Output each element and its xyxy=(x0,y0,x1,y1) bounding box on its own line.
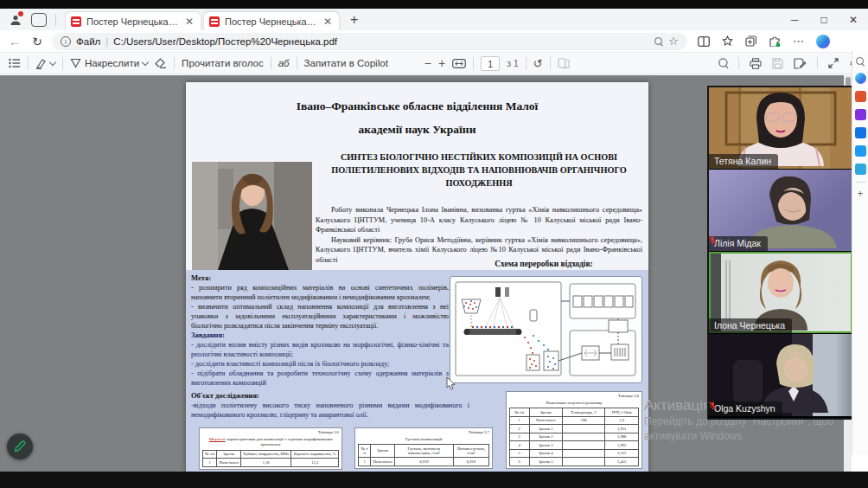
density-table: Таблиця 3.7Густина композицій№ з/пЗразок… xyxy=(354,427,493,469)
table-cell: Поліетилен xyxy=(529,416,562,425)
table-row: 1Поліетилен0,9190,919 xyxy=(359,458,489,466)
favorite-star-icon[interactable]: ☆ xyxy=(668,35,679,48)
table-row: 3Зразок 21,988 xyxy=(510,433,639,441)
fullscreen-icon[interactable] xyxy=(828,58,839,68)
maximize-button[interactable]: □ xyxy=(809,14,839,26)
table-cell: 1,951 xyxy=(605,425,639,433)
browser-window: Постер Чернецька.pdf✕Постер Чернецька.pd… xyxy=(0,9,868,472)
page-info-icon[interactable]: i xyxy=(61,36,71,47)
profile-avatar-icon[interactable] xyxy=(7,12,24,28)
copilot-icon[interactable] xyxy=(816,35,830,48)
table-row: 2Зразок 11,951 xyxy=(510,425,639,433)
save-icon[interactable] xyxy=(772,58,783,69)
pdf-toolbar: Накреслити Прочитати вголос аб Запитати … xyxy=(0,53,868,74)
table-cell: Поліетилен xyxy=(371,458,394,466)
table-cell: Зразок 5 xyxy=(529,458,562,466)
participant-name: Тетяна Калин xyxy=(714,156,771,166)
draw-tool[interactable]: Накреслити xyxy=(70,58,148,68)
url-field[interactable]: i Файл | C:/Users/User/Desktop/Постер%20… xyxy=(52,33,687,50)
tab-close-icon[interactable]: ✕ xyxy=(322,16,334,27)
meta-heading: Мета: xyxy=(191,273,449,283)
table-of-contents-icon[interactable] xyxy=(9,58,21,68)
more-options-icon[interactable]: ⋯ xyxy=(793,35,804,48)
close-button[interactable]: ✕ xyxy=(839,14,868,26)
zoom-search-icon[interactable] xyxy=(654,37,663,46)
sidebar-app-blue-icon[interactable] xyxy=(855,127,866,138)
favorites-icon[interactable] xyxy=(722,35,733,47)
draw-pen-icon xyxy=(70,58,81,68)
save-as-icon[interactable] xyxy=(794,58,807,69)
divider xyxy=(550,57,551,69)
workspaces-icon[interactable] xyxy=(31,13,47,27)
annotate-pen-button[interactable] xyxy=(7,433,33,459)
video-call-panel[interactable]: Тетяна КалинЛілія МідакІлона ЧернецькаOl… xyxy=(707,86,852,420)
tab-close-icon[interactable]: ✕ xyxy=(183,16,195,27)
rotate-icon[interactable]: ↺ xyxy=(533,57,543,70)
waste-processing-diagram xyxy=(450,276,642,383)
table-caption: Таблиця 3.6 xyxy=(202,430,339,436)
page-view-icon[interactable] xyxy=(558,58,570,68)
table-header-cell: Відносне подовження, % xyxy=(291,450,339,459)
table-cell: 1 xyxy=(510,416,530,425)
muted-mic-icon xyxy=(709,401,717,410)
refresh-icon[interactable]: ↻ xyxy=(29,35,45,48)
participant-name: Лілія Мідак xyxy=(714,238,761,248)
sidebar-app-purple-icon[interactable] xyxy=(855,109,866,120)
print-icon[interactable] xyxy=(750,58,762,69)
list-item: - визначити оптимальний склад наповнення… xyxy=(191,302,449,331)
sidebar-add-icon[interactable]: + xyxy=(857,189,863,198)
address-bar: ← ↻ i Файл | C:/Users/User/Desktop/Посте… xyxy=(0,30,868,53)
participant-tile[interactable]: Лілія Мідак xyxy=(709,170,852,252)
page-number-input[interactable]: 1 xyxy=(481,56,500,71)
participant-tile[interactable]: Olga Kuzyshyn xyxy=(709,334,852,416)
table-cell: Зразок 1 xyxy=(529,425,562,433)
sidebar-search-icon[interactable] xyxy=(856,57,865,66)
table-row: 1Поліетилен1,3615,3 xyxy=(203,459,339,467)
table-header-cell: Густина, визначена пікнометром, г/см³ xyxy=(394,445,453,458)
pdf-page: Івано–Франківське обласне відділення Мал… xyxy=(186,82,648,472)
list-item: - розширити ряд композиційних матеріалів… xyxy=(191,283,449,302)
eraser-tool[interactable] xyxy=(155,58,167,68)
fit-to-width-icon[interactable] xyxy=(452,59,466,68)
extensions-icon[interactable] xyxy=(769,35,781,47)
table-row: 1Поліетилен1901,9 xyxy=(510,416,639,425)
read-aloud-button[interactable]: Прочитати вголос xyxy=(182,58,264,68)
divider xyxy=(526,57,527,69)
zoom-in-button[interactable]: + xyxy=(438,56,445,70)
minimize-button[interactable]: ─ xyxy=(780,14,809,26)
table-caption: Таблиця 3.7 xyxy=(358,430,489,436)
participant-tile[interactable]: Тетяна Калин xyxy=(709,87,852,170)
participant-name-label: Ілона Чернецька xyxy=(709,318,792,333)
browser-tab[interactable]: Постер Чернецька.pdf✕ xyxy=(203,11,340,30)
list-item: - дослідити властивості композицій після… xyxy=(191,359,449,369)
table-row: 4Зразок 31,995 xyxy=(510,441,639,450)
collections-icon[interactable] xyxy=(745,35,756,47)
split-screen-icon[interactable] xyxy=(698,36,710,47)
participant-name-label: Olga Kuzyshyn xyxy=(709,401,782,416)
table-cell xyxy=(562,441,604,450)
scheme-heading: Схема переробки відходів: xyxy=(445,260,642,268)
table-cell: 1,36 xyxy=(241,459,291,467)
table-cell xyxy=(562,449,604,458)
zoom-out-button[interactable]: − xyxy=(424,56,431,70)
divider xyxy=(55,14,56,26)
table-cell: 1,9 xyxy=(605,416,639,425)
search-document-icon[interactable] xyxy=(719,58,730,68)
new-tab-button[interactable]: + xyxy=(343,12,365,28)
sidebar-app-lightblue-icon[interactable] xyxy=(855,145,866,157)
text-selection-tool[interactable]: аб xyxy=(278,58,290,68)
ask-copilot-button[interactable]: Запитати в Copilot xyxy=(304,58,388,68)
author-photo xyxy=(192,162,312,270)
back-icon[interactable]: ← xyxy=(7,35,22,48)
table-title: Густина композицій xyxy=(358,437,489,443)
highlighter-tool[interactable] xyxy=(35,58,55,69)
sidebar-app-cyan-plane-icon[interactable] xyxy=(855,164,866,175)
table-cell: 4 xyxy=(510,441,530,450)
sidebar-copilot-icon[interactable] xyxy=(855,73,866,84)
sidebar-app-red-icon[interactable] xyxy=(855,91,866,102)
participant-tile[interactable]: Ілона Чернецька xyxy=(709,252,852,334)
table-cell xyxy=(562,433,604,441)
pdf-content-area: Івано–Франківське обласне відділення Мал… xyxy=(0,75,852,472)
divider: | xyxy=(105,36,108,47)
browser-tab[interactable]: Постер Чернецька.pdf✕ xyxy=(65,11,201,30)
